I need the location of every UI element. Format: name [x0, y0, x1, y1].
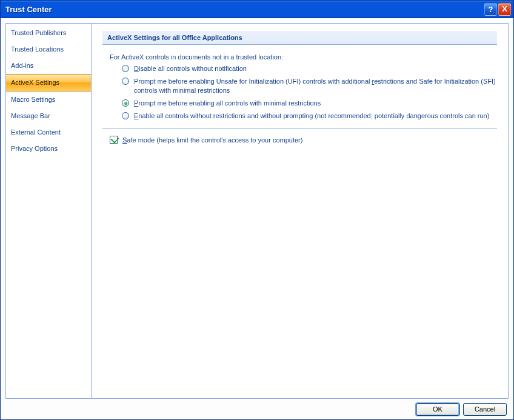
sidebar-item-activex-settings[interactable]: ActiveX Settings [6, 74, 91, 92]
section-header: ActiveX Settings for all Office Applicat… [102, 31, 497, 45]
radio-label: Enable all controls without restrictions… [134, 112, 497, 121]
close-icon: X [502, 4, 507, 13]
cancel-button[interactable]: Cancel [463, 403, 507, 416]
checkbox-icon [110, 136, 118, 144]
radio-enable-all[interactable]: Enable all controls without restrictions… [122, 112, 497, 121]
radio-prompt-ufi[interactable]: Prompt me before enabling Unsafe for Ini… [122, 77, 497, 95]
trust-center-window: Trust Center ? X Trusted Publishers Trus… [0, 0, 514, 420]
sidebar-item-add-ins[interactable]: Add-ins [6, 58, 91, 74]
radio-icon [122, 65, 129, 72]
sidebar-item-label: Privacy Options [11, 145, 58, 152]
sidebar-item-trusted-publishers[interactable]: Trusted Publishers [6, 25, 91, 41]
sidebar-item-label: ActiveX Settings [11, 79, 59, 86]
sidebar-item-label: External Content [11, 128, 61, 136]
sidebar-item-label: Message Bar [11, 112, 50, 119]
radio-icon [122, 78, 129, 85]
divider [102, 128, 497, 128]
sidebar-item-external-content[interactable]: External Content [6, 124, 91, 141]
sidebar-item-label: Add-ins [11, 62, 33, 69]
window-title: Trust Center [5, 5, 484, 14]
titlebar-buttons: ? X [484, 3, 511, 16]
sidebar-item-label: Trusted Locations [11, 45, 64, 53]
sidebar: Trusted Publishers Trusted Locations Add… [5, 23, 92, 399]
dialog-body: Trusted Publishers Trusted Locations Add… [1, 18, 513, 419]
radio-label: Disable all controls without notificatio… [134, 64, 497, 73]
radio-label: Prompt me before enabling all controls w… [134, 99, 497, 108]
close-button[interactable]: X [498, 3, 511, 16]
panels: Trusted Publishers Trusted Locations Add… [5, 23, 509, 399]
radio-icon [122, 99, 129, 107]
radio-label: Prompt me before enabling Unsafe for Ini… [134, 77, 497, 95]
ok-button[interactable]: OK [416, 403, 459, 416]
sidebar-item-message-bar[interactable]: Message Bar [6, 108, 91, 124]
sidebar-item-trusted-locations[interactable]: Trusted Locations [6, 41, 91, 58]
sidebar-item-privacy-options[interactable]: Privacy Options [6, 141, 91, 157]
help-icon: ? [489, 5, 493, 14]
sidebar-item-label: Trusted Publishers [11, 29, 66, 36]
dialog-footer: OK Cancel [5, 399, 509, 417]
radio-icon [122, 112, 129, 119]
help-button[interactable]: ? [484, 3, 497, 16]
content-panel: ActiveX Settings for all Office Applicat… [92, 23, 509, 399]
intro-text: For ActiveX controls in documents not in… [110, 53, 497, 61]
radio-prompt-all[interactable]: Prompt me before enabling all controls w… [122, 99, 497, 108]
checkbox-label: Safe mode (helps limit the control's acc… [122, 136, 497, 145]
radio-disable-all[interactable]: Disable all controls without notificatio… [122, 64, 497, 73]
sidebar-item-label: Macro Settings [11, 96, 55, 103]
sidebar-item-macro-settings[interactable]: Macro Settings [6, 92, 91, 108]
checkbox-safe-mode[interactable]: Safe mode (helps limit the control's acc… [110, 136, 497, 145]
radio-group-activex: Disable all controls without notificatio… [122, 64, 497, 121]
titlebar: Trust Center ? X [1, 1, 513, 18]
